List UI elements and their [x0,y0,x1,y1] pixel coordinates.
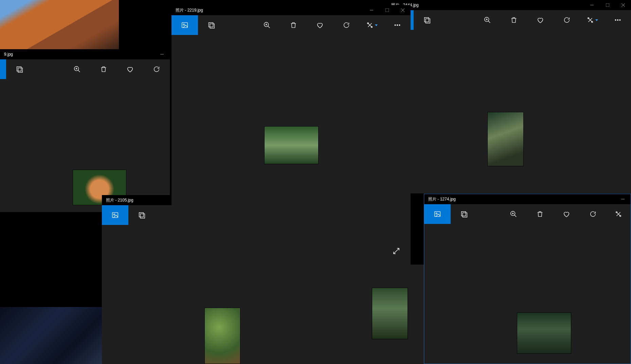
svg-rect-7 [426,19,430,23]
favorite-button[interactable] [117,59,143,79]
window-title: 9.jpg [4,52,154,57]
toolbar [424,204,631,224]
svg-line-9 [488,21,490,23]
svg-rect-44 [140,214,145,218]
photo-thumbnail [264,126,319,164]
minimize-button[interactable] [615,194,631,204]
photo-thumbnail [487,112,524,166]
collection-button[interactable] [6,59,33,79]
favorite-button[interactable] [553,204,580,224]
svg-point-40 [399,25,400,26]
zoom-button[interactable] [254,15,280,35]
toolbar [0,59,170,79]
minimize-button[interactable] [154,49,170,59]
photo-thumbnail [372,288,408,339]
collection-button[interactable] [451,204,477,224]
photo-thumbnail [517,312,571,354]
photo-viewport[interactable] [387,30,631,193]
delete-button[interactable] [501,10,527,30]
rotate-button[interactable] [143,59,170,79]
svg-point-47 [436,213,437,214]
svg-rect-46 [435,212,440,217]
svg-rect-48 [462,212,466,216]
titlebar[interactable]: 9.jpg [0,49,170,59]
more-button[interactable] [605,10,631,30]
close-button[interactable] [395,5,411,15]
zoom-button[interactable] [500,204,527,224]
svg-line-21 [78,70,80,72]
svg-line-51 [515,215,517,217]
edit-tools-button[interactable] [580,10,605,30]
svg-rect-25 [385,8,389,12]
fullscreen-button[interactable] [392,247,400,255]
svg-rect-43 [139,213,144,217]
zoom-button[interactable] [474,10,501,30]
collection-button[interactable] [198,15,224,35]
svg-point-15 [617,20,618,21]
view-photo-button[interactable] [172,15,198,35]
desktop-wallpaper-fragment-lower [0,307,102,364]
svg-rect-1 [606,3,609,7]
minimize-button[interactable] [584,0,600,10]
maximize-button[interactable] [600,0,615,10]
delete-button[interactable] [527,204,553,224]
desktop-wallpaper-fragment [0,0,119,49]
rotate-button[interactable] [333,15,360,35]
edit-tools-button[interactable] [606,204,631,224]
rotate-button[interactable] [580,204,606,224]
maximize-button[interactable] [379,5,395,15]
toolbar [387,10,631,30]
edit-tools-button[interactable] [360,15,384,35]
minimize-button[interactable] [364,5,379,15]
chevron-down-icon [595,19,598,21]
rotate-button[interactable] [554,10,580,30]
window-title: 照片 - 2444.jpg [391,2,584,8]
svg-line-33 [268,26,270,28]
svg-rect-6 [425,18,429,22]
view-photo-button[interactable] [0,59,6,79]
close-button[interactable] [615,0,631,10]
collection-button[interactable] [128,205,155,225]
svg-rect-49 [463,213,467,217]
titlebar[interactable]: 照片 - 2444.jpg [387,0,631,10]
view-photo-button[interactable] [424,204,451,224]
svg-rect-31 [210,24,214,28]
svg-rect-18 [17,67,21,71]
photo-thumbnail [204,308,240,364]
toolbar [172,15,411,35]
favorite-button[interactable] [527,10,554,30]
delete-button[interactable] [90,59,117,79]
window-title: 照片 - 2219.jpg [176,7,364,13]
svg-point-39 [397,25,398,26]
svg-rect-19 [18,68,22,72]
chevron-down-icon [375,24,378,26]
svg-point-38 [395,25,396,26]
more-button[interactable] [384,15,411,35]
window-title: 照片 - 1274.jpg [428,196,615,202]
svg-point-14 [615,20,616,21]
titlebar[interactable]: 照片 - 2219.jpg [172,5,411,15]
zoom-button[interactable] [64,59,90,79]
svg-rect-30 [209,23,213,27]
svg-rect-28 [182,23,188,28]
collection-button[interactable] [414,10,440,30]
svg-point-16 [619,20,620,21]
svg-rect-41 [112,213,118,218]
favorite-button[interactable] [307,15,333,35]
delete-button[interactable] [280,15,307,35]
svg-point-42 [113,214,115,215]
svg-point-29 [183,24,184,25]
view-photo-button[interactable] [102,205,128,225]
titlebar[interactable]: 照片 - 1274.jpg [424,194,631,204]
